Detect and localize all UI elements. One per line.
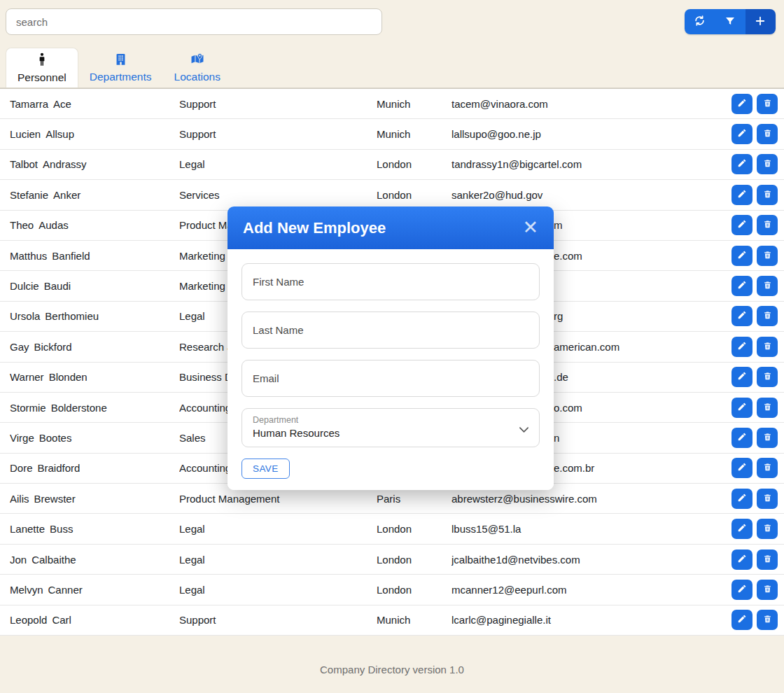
row-actions [732, 489, 784, 509]
save-button[interactable]: SAVE [241, 458, 290, 479]
trash-icon [763, 219, 772, 231]
employee-email: tandrassy1n@bigcartel.com [451, 158, 732, 170]
row-actions [732, 610, 784, 630]
delete-button[interactable] [757, 306, 778, 326]
trash-icon [763, 280, 772, 292]
row-actions [732, 367, 784, 387]
row-actions [732, 428, 784, 448]
edit-button[interactable] [732, 580, 752, 600]
trash-icon [763, 493, 772, 505]
delete-button[interactable] [757, 580, 778, 600]
delete-button[interactable] [757, 458, 778, 478]
employee-department: Legal [179, 584, 377, 596]
edit-button[interactable] [732, 276, 752, 296]
edit-button[interactable] [732, 185, 752, 205]
trash-icon [763, 158, 772, 170]
delete-button[interactable] [757, 367, 778, 387]
trash-icon [763, 402, 772, 414]
delete-button[interactable] [757, 398, 778, 418]
delete-button[interactable] [757, 489, 778, 509]
trash-icon [763, 98, 772, 110]
tab-personnel[interactable]: Personnel [6, 48, 78, 88]
employee-department: Support [179, 128, 377, 140]
modal-body: Department Human Resources SAVE [227, 249, 554, 490]
edit-button[interactable] [732, 428, 752, 448]
department-select[interactable]: Department Human Resources [241, 408, 540, 447]
employee-name: VirgeBootes [0, 432, 179, 444]
edit-button[interactable] [732, 519, 752, 539]
employee-email: sanker2o@hud.gov [451, 189, 732, 201]
delete-button[interactable] [757, 154, 778, 174]
delete-button[interactable] [757, 215, 778, 235]
edit-button[interactable] [732, 458, 752, 478]
pencil-icon [737, 98, 747, 110]
employee-email: mcanner12@eepurl.com [451, 584, 732, 596]
employee-location: London [377, 189, 451, 201]
tab-departments[interactable]: Departments [78, 48, 163, 88]
pencil-icon [737, 493, 747, 505]
employee-email: abrewsterz@businesswire.com [451, 493, 732, 505]
delete-button[interactable] [757, 337, 778, 357]
delete-button[interactable] [757, 276, 778, 296]
plus-icon [754, 15, 766, 29]
employee-location: Munich [377, 98, 451, 110]
employee-name: TamarraAce [0, 98, 179, 110]
close-icon[interactable]: ✕ [522, 218, 538, 237]
app-footer: Company Directory version 1.0 [0, 648, 784, 693]
employee-name: TheoAudas [0, 219, 179, 231]
delete-button[interactable] [757, 94, 778, 114]
pencil-icon [737, 158, 747, 170]
edit-button[interactable] [732, 94, 752, 114]
employee-location: London [377, 584, 451, 596]
table-row: MelvynCannerLegalLondonmcanner12@eepurl.… [0, 575, 784, 605]
edit-button[interactable] [732, 367, 752, 387]
delete-button[interactable] [757, 610, 778, 630]
delete-button[interactable] [757, 519, 778, 539]
edit-button[interactable] [732, 550, 752, 570]
employee-name: LucienAllsup [0, 128, 179, 140]
edit-button[interactable] [732, 398, 752, 418]
edit-button[interactable] [732, 246, 752, 266]
pencil-icon [737, 371, 747, 383]
trash-icon [763, 310, 772, 322]
add-employee-button[interactable] [746, 9, 776, 34]
pencil-icon [737, 432, 747, 444]
search-input[interactable] [6, 8, 382, 35]
filter-button[interactable] [715, 9, 745, 34]
trash-icon [763, 614, 772, 626]
employee-location: London [377, 158, 451, 170]
edit-button[interactable] [732, 306, 752, 326]
delete-button[interactable] [757, 550, 778, 570]
last-name-field[interactable] [241, 312, 540, 349]
edit-button[interactable] [732, 489, 752, 509]
delete-button[interactable] [757, 246, 778, 266]
employee-name: StormieBolderstone [0, 402, 179, 414]
employee-department: Services [179, 189, 377, 201]
edit-button[interactable] [732, 124, 752, 144]
email-field[interactable] [241, 360, 540, 397]
edit-button[interactable] [732, 154, 752, 174]
department-select-label: Department [253, 415, 528, 425]
tab-locations[interactable]: Locations [163, 48, 232, 88]
employee-location: Munich [377, 614, 451, 626]
refresh-button[interactable] [685, 9, 715, 34]
employee-name: LeopoldCarl [0, 614, 179, 626]
delete-button[interactable] [757, 185, 778, 205]
refresh-icon [694, 15, 706, 29]
edit-button[interactable] [732, 337, 752, 357]
trash-icon [763, 341, 772, 353]
delete-button[interactable] [757, 428, 778, 448]
employee-name: WarnerBlonden [0, 371, 179, 383]
trash-icon [763, 371, 772, 383]
edit-button[interactable] [732, 610, 752, 630]
row-actions [732, 550, 784, 570]
row-actions [732, 246, 784, 266]
trash-icon [763, 523, 772, 535]
row-actions [732, 185, 784, 205]
first-name-field[interactable] [241, 263, 540, 300]
chevron-down-icon [519, 424, 529, 436]
building-icon [114, 52, 127, 69]
edit-button[interactable] [732, 215, 752, 235]
delete-button[interactable] [757, 124, 778, 144]
row-actions [732, 94, 784, 114]
